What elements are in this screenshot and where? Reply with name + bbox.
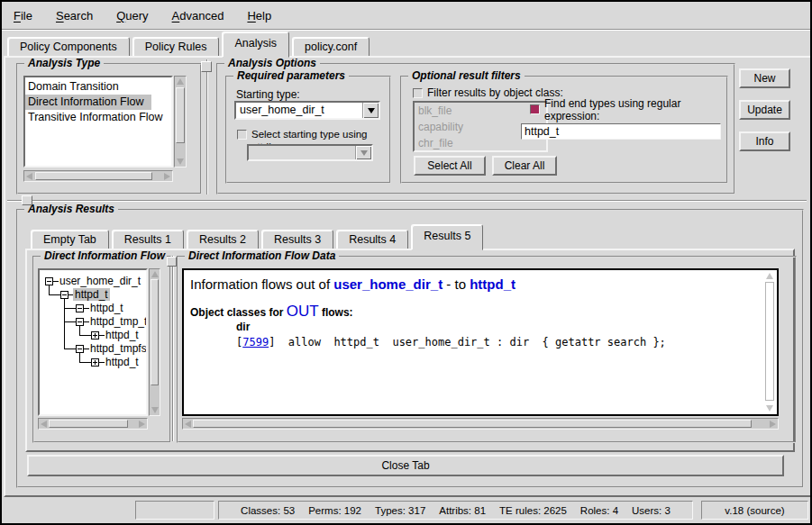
- object-class-checkbox-label[interactable]: Filter results by object class:: [427, 86, 563, 99]
- tree-node-httpd-tmp-t[interactable]: httpd_tmp_t: [88, 315, 148, 328]
- tree-collapse-icon[interactable]: [76, 345, 84, 353]
- tree-collapse-icon[interactable]: [45, 277, 53, 285]
- analysis-type-item-transitive-information-flow[interactable]: Transitive Information Flow: [25, 110, 171, 125]
- analysis-type-hscrollbar[interactable]: [23, 170, 173, 182]
- tree-node-httpd-t[interactable]: httpd_t: [73, 288, 110, 301]
- sash-handle[interactable]: [201, 61, 212, 72]
- analysis-type-title: Analysis Type: [24, 58, 104, 69]
- scroll-right-icon[interactable]: [139, 421, 145, 428]
- scroll-up-icon[interactable]: [151, 271, 159, 277]
- sash-handle[interactable]: [167, 257, 177, 267]
- rule-text: ] allow httpd_t user_home_dir_t : dir { …: [269, 336, 666, 348]
- tree-node-user-home-dir-t[interactable]: user_home_dir_t: [58, 275, 142, 287]
- app-window: FileSearchQueryAdvancedHelp Policy Compo…: [0, 0, 812, 525]
- required-parameters-title: Required parameters: [233, 70, 349, 82]
- analysis-type-listbox[interactable]: Domain TransitionDirect Information Flow…: [23, 76, 173, 167]
- rule-number-link[interactable]: 7599: [242, 336, 269, 348]
- results-tab-results-5[interactable]: Results 5: [411, 224, 483, 250]
- object-class-checkbox[interactable]: [413, 88, 423, 98]
- scrollbar-thumb[interactable]: [765, 282, 774, 401]
- regex-input[interactable]: [521, 123, 721, 140]
- tree-expand-icon[interactable]: [91, 331, 99, 339]
- menu-item-file[interactable]: File: [14, 9, 32, 23]
- scroll-right-icon[interactable]: [770, 421, 776, 428]
- tab-policy-components[interactable]: Policy Components: [7, 37, 130, 58]
- headline-source-type: user_home_dir_t: [333, 276, 442, 292]
- pane-sash-horizontal[interactable]: [7, 200, 807, 201]
- tree-node-httpd-t[interactable]: httpd_t: [88, 302, 125, 314]
- scrollbar-thumb[interactable]: [35, 172, 152, 180]
- pane-sash-vertical[interactable]: [206, 59, 207, 195]
- analysis-type-item-direct-information-flow[interactable]: Direct Information Flow: [25, 95, 151, 110]
- regex-checkbox-label[interactable]: Find end types using regular expression:: [544, 97, 705, 122]
- tree-connector-line: [79, 335, 91, 336]
- info-button[interactable]: Info: [739, 131, 790, 151]
- attrib-checkbox[interactable]: [237, 130, 247, 140]
- results-sash-vertical[interactable]: [172, 256, 173, 441]
- tree-connector-line: [79, 326, 80, 336]
- object-classes-suffix: flows:: [319, 306, 353, 319]
- scrollbar-thumb[interactable]: [151, 279, 159, 385]
- menu-item-advanced[interactable]: Advanced: [172, 9, 224, 23]
- tab-analysis[interactable]: Analysis: [222, 32, 289, 58]
- scroll-left-icon[interactable]: [41, 421, 47, 428]
- scroll-up-icon[interactable]: [177, 78, 184, 85]
- clear-all-button[interactable]: Clear All: [492, 156, 557, 176]
- results-tab-results-3[interactable]: Results 3: [261, 230, 333, 250]
- status-version-panel: v.18 (source): [701, 501, 808, 520]
- analysis-type-vscrollbar[interactable]: [174, 76, 187, 167]
- new-button[interactable]: New: [739, 68, 790, 88]
- status-empty-panel: [135, 501, 214, 520]
- starting-type-combobox[interactable]: user_home_dir_t: [234, 101, 380, 120]
- scroll-right-icon[interactable]: [164, 173, 170, 180]
- flow-direction-label: OUT: [287, 303, 319, 320]
- results-tab-results-4[interactable]: Results 4: [336, 230, 408, 250]
- flow-data-vscrollbar[interactable]: [763, 270, 777, 414]
- tree-connector-line: [64, 299, 65, 349]
- scrollbar-thumb[interactable]: [176, 87, 185, 143]
- status-stat: Roles: 4: [580, 505, 618, 516]
- tree-node-httpd-t[interactable]: httpd_t: [104, 329, 141, 341]
- sash-handle[interactable]: [22, 195, 32, 205]
- analysis-results-title: Analysis Results: [24, 204, 118, 215]
- flow-data-textarea[interactable]: Information flows out of user_home_dir_t…: [182, 268, 779, 416]
- tree-collapse-icon[interactable]: [76, 304, 84, 312]
- tree-collapse-icon[interactable]: [60, 291, 68, 299]
- scroll-up-icon[interactable]: [766, 273, 773, 279]
- tree-hscrollbar[interactable]: [38, 418, 148, 430]
- combobox-arrow-button[interactable]: [362, 103, 379, 118]
- tree-vscrollbar[interactable]: [149, 268, 160, 416]
- tree-node-httpd-tmpfs-t[interactable]: httpd_tmpfs_t: [88, 342, 148, 355]
- tree-connector-line: [79, 353, 80, 363]
- flow-data-hscrollbar[interactable]: [182, 418, 779, 430]
- scroll-left-icon[interactable]: [185, 421, 191, 428]
- menu-item-help[interactable]: Help: [247, 9, 271, 23]
- results-tab-empty-tab[interactable]: Empty Tab: [31, 230, 109, 250]
- flow-tree-title: Direct Information Flow T: [41, 250, 167, 262]
- scroll-down-icon[interactable]: [177, 158, 184, 165]
- menu-item-search[interactable]: Search: [56, 9, 93, 23]
- select-all-button[interactable]: Select All: [414, 156, 486, 176]
- menu-item-query[interactable]: Query: [116, 9, 148, 23]
- flow-tree[interactable]: user_home_dir_thttpd_thttpd_thttpd_tmp_t…: [38, 268, 148, 416]
- results-tab-results-2[interactable]: Results 2: [187, 230, 259, 250]
- scrollbar-thumb[interactable]: [193, 420, 752, 428]
- analysis-options-title: Analysis Options: [224, 58, 320, 69]
- results-tab-results-1[interactable]: Results 1: [112, 230, 184, 250]
- update-button[interactable]: Update: [739, 100, 790, 120]
- scroll-down-icon[interactable]: [151, 407, 159, 413]
- close-tab-button[interactable]: Close Tab: [27, 455, 784, 476]
- scrollbar-thumb[interactable]: [49, 420, 128, 428]
- attrib-combobox-value: [249, 146, 355, 159]
- analysis-type-item-domain-transition[interactable]: Domain Transition: [25, 79, 171, 95]
- regex-checkbox[interactable]: [530, 104, 540, 114]
- scroll-down-icon[interactable]: [766, 405, 773, 412]
- tree-node-httpd-t[interactable]: httpd_t: [104, 356, 141, 368]
- tree-connector-line: [64, 321, 76, 322]
- tab-policy-conf[interactable]: policy.conf: [292, 37, 370, 58]
- scroll-left-icon[interactable]: [26, 173, 32, 180]
- tree-collapse-icon[interactable]: [76, 318, 84, 326]
- tab-policy-rules[interactable]: Policy Rules: [132, 37, 220, 58]
- object-classes-line: Object classes for OUT flows:: [190, 303, 353, 321]
- tree-expand-icon[interactable]: [91, 358, 99, 367]
